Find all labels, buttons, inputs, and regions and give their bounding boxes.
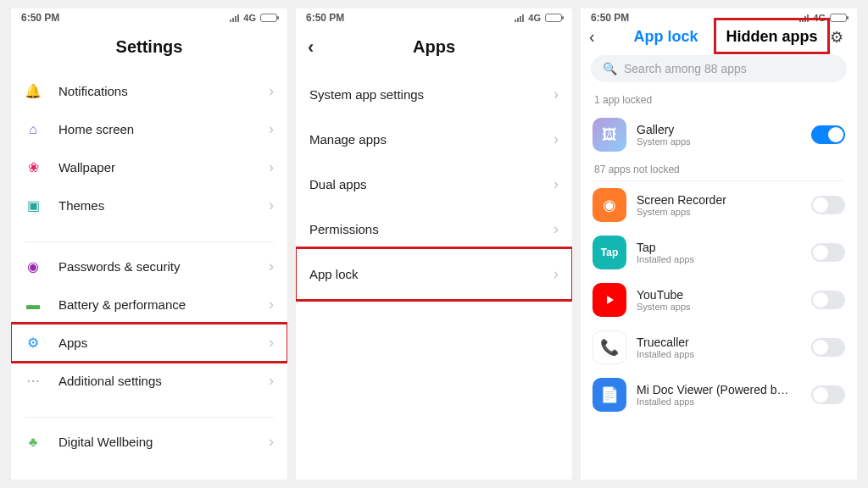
clock: 6:50 PM — [591, 12, 629, 24]
row-label: Home screen — [58, 122, 269, 136]
row-icon: ⋯ — [25, 373, 42, 390]
row-label: Permissions — [309, 222, 554, 236]
clock: 6:50 PM — [306, 12, 344, 24]
tab-bar: ‹ App lock Hidden apps ⚙ — [581, 24, 857, 55]
signal-icon — [230, 14, 239, 22]
app-icon: 🖼 — [593, 118, 626, 152]
row-label: Battery & performance — [58, 297, 269, 312]
lock-toggle[interactable] — [811, 125, 845, 144]
row-icon: ♣ — [25, 434, 42, 451]
signal-icon — [515, 14, 524, 22]
row-label: Digital Wellbeing — [58, 435, 269, 449]
signal-icon — [799, 14, 809, 22]
apps-row-dual-apps[interactable]: Dual apps › — [296, 162, 572, 207]
screen-apps: 6:50 PM 4G ‹ Apps System app settings › … — [296, 8, 572, 480]
gear-icon[interactable]: ⚙ — [825, 28, 849, 47]
app-row-truecaller[interactable]: 📞 Truecaller Installed apps — [581, 324, 857, 371]
app-name: YouTube — [637, 288, 789, 302]
chevron-right-icon: › — [554, 220, 559, 238]
screen-applock: 6:50 PM 4G ‹ App lock Hidden apps ⚙ 🔍 Se… — [581, 8, 857, 480]
apps-row-permissions[interactable]: Permissions › — [296, 207, 572, 252]
app-category: Installed apps — [637, 396, 811, 407]
settings-row-notifications[interactable]: 🔔 Notifications › — [11, 72, 287, 110]
chevron-right-icon: › — [269, 82, 274, 100]
row-label: Wallpaper — [58, 160, 269, 175]
app-icon: Tap — [593, 236, 626, 269]
lock-toggle[interactable] — [811, 196, 845, 214]
settings-row-wallpaper[interactable]: ❀ Wallpaper › — [11, 148, 287, 186]
chevron-right-icon: › — [269, 197, 274, 214]
app-row-screen-recorder[interactable]: ◉ Screen Recorder System apps — [581, 181, 857, 229]
lock-toggle[interactable] — [811, 291, 845, 309]
network-label: 4G — [528, 13, 541, 23]
lock-toggle[interactable] — [811, 243, 845, 262]
app-icon: 📞 — [593, 330, 626, 364]
settings-row-digital-wellbeing[interactable]: ♣ Digital Wellbeing › — [11, 423, 287, 461]
page-title-bar: ‹ Apps — [296, 24, 572, 72]
network-label: 4G — [243, 13, 256, 23]
app-name: Tap — [637, 241, 789, 254]
chevron-right-icon: › — [554, 175, 559, 193]
chevron-right-icon: › — [269, 296, 274, 313]
back-icon[interactable]: ‹ — [308, 36, 314, 58]
row-label: App lock — [309, 267, 554, 281]
app-row-gallery[interactable]: 🖼 Gallery System apps — [581, 111, 857, 158]
tab-app-lock[interactable]: App lock — [613, 28, 719, 46]
row-icon: 🔔 — [25, 83, 42, 100]
search-icon: 🔍 — [603, 62, 617, 75]
app-icon: ◉ — [593, 188, 626, 222]
chevron-right-icon: › — [269, 120, 274, 138]
app-category: Installed apps — [637, 254, 811, 264]
clock: 6:50 PM — [21, 12, 59, 24]
row-label: Manage apps — [309, 132, 554, 147]
app-row-mi-doc-viewer-powered-by-[interactable]: 📄 Mi Doc Viewer (Powered by… Installed a… — [581, 371, 857, 419]
section-unlocked: 87 apps not locked — [581, 158, 857, 180]
search-input[interactable]: 🔍 Search among 88 apps — [591, 55, 847, 82]
row-label: Additional settings — [58, 374, 269, 388]
lock-toggle[interactable] — [811, 385, 845, 404]
row-label: Dual apps — [309, 177, 554, 191]
settings-row-battery-performance[interactable]: ▬ Battery & performance › — [11, 286, 287, 324]
app-row-youtube[interactable]: YouTube System apps — [581, 276, 857, 324]
settings-row-themes[interactable]: ▣ Themes › — [11, 186, 287, 225]
settings-row-apps[interactable]: ⚙ Apps › — [11, 324, 287, 362]
lock-toggle[interactable] — [811, 338, 845, 357]
settings-row-passwords-security[interactable]: ◉ Passwords & security › — [11, 247, 287, 286]
settings-row-home-screen[interactable]: ⌂ Home screen › — [11, 110, 287, 148]
apps-row-app-lock[interactable]: App lock › — [296, 252, 572, 297]
chevron-right-icon: › — [554, 130, 559, 148]
app-category: System apps — [637, 302, 811, 312]
row-icon: ▬ — [25, 297, 42, 313]
app-category: System apps — [637, 207, 811, 217]
chevron-right-icon: › — [269, 433, 274, 451]
tab-hidden-apps[interactable]: Hidden apps — [719, 28, 825, 46]
app-name: Gallery — [637, 123, 789, 136]
app-icon — [593, 283, 626, 317]
page-title: Apps — [413, 37, 455, 57]
app-name: Screen Recorder — [637, 193, 789, 207]
status-bar: 6:50 PM 4G — [581, 8, 857, 24]
app-category: Installed apps — [637, 349, 811, 359]
screen-settings: 6:50 PM 4G Settings 🔔 Notifications › ⌂ … — [11, 8, 287, 480]
battery-icon — [545, 14, 562, 22]
page-title: Settings — [11, 24, 287, 72]
section-locked: 1 app locked — [581, 89, 857, 111]
search-placeholder: Search among 88 apps — [624, 62, 747, 75]
row-icon: ⚙ — [25, 335, 42, 352]
row-icon: ▣ — [25, 197, 42, 214]
app-row-tap[interactable]: Tap Tap Installed apps — [581, 229, 857, 276]
network-label: 4G — [813, 13, 826, 23]
app-category: System apps — [637, 136, 811, 147]
row-label: Themes — [58, 198, 269, 213]
battery-icon — [260, 14, 277, 22]
chevron-right-icon: › — [269, 158, 274, 176]
settings-row-additional-settings[interactable]: ⋯ Additional settings › — [11, 362, 287, 400]
row-icon: ❀ — [25, 159, 42, 176]
row-label: System app settings — [309, 87, 554, 102]
apps-row-system-app-settings[interactable]: System app settings › — [296, 72, 572, 117]
chevron-right-icon: › — [554, 265, 559, 283]
battery-icon — [830, 14, 847, 22]
row-label: Passwords & security — [58, 259, 269, 274]
back-icon[interactable]: ‹ — [589, 27, 613, 47]
apps-row-manage-apps[interactable]: Manage apps › — [296, 117, 572, 162]
